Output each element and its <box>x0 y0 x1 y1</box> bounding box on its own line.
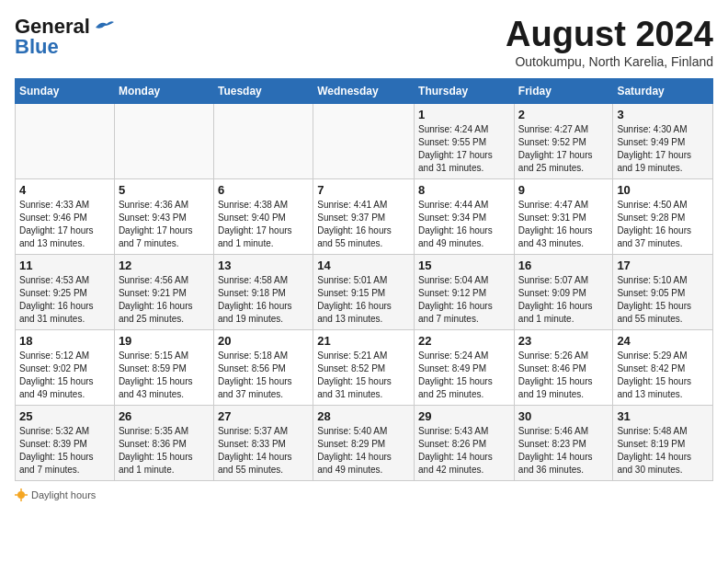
day-number: 17 <box>617 259 709 272</box>
calendar-week-4: 18Sunrise: 5:12 AM Sunset: 9:02 PM Dayli… <box>16 330 713 406</box>
day-number: 14 <box>317 259 410 272</box>
day-info: Sunrise: 4:58 AM Sunset: 9:18 PM Dayligh… <box>218 274 309 326</box>
calendar-table: SundayMondayTuesdayWednesdayThursdayFrid… <box>15 78 713 481</box>
calendar-cell: 21Sunrise: 5:21 AM Sunset: 8:52 PM Dayli… <box>313 330 415 406</box>
day-number: 15 <box>418 259 510 272</box>
daylight-label: Daylight hours <box>31 489 96 500</box>
calendar-cell: 6Sunrise: 4:38 AM Sunset: 9:40 PM Daylig… <box>213 179 313 255</box>
calendar-week-5: 25Sunrise: 5:32 AM Sunset: 8:39 PM Dayli… <box>16 406 713 481</box>
calendar-cell: 18Sunrise: 5:12 AM Sunset: 9:02 PM Dayli… <box>16 330 115 406</box>
calendar-cell: 14Sunrise: 5:01 AM Sunset: 9:15 PM Dayli… <box>313 255 415 330</box>
day-info: Sunrise: 5:37 AM Sunset: 8:33 PM Dayligh… <box>218 425 309 477</box>
calendar-cell: 11Sunrise: 4:53 AM Sunset: 9:25 PM Dayli… <box>16 255 115 330</box>
calendar-cell: 17Sunrise: 5:10 AM Sunset: 9:05 PM Dayli… <box>613 255 713 330</box>
day-info: Sunrise: 5:01 AM Sunset: 9:15 PM Dayligh… <box>317 274 410 326</box>
day-number: 29 <box>418 409 510 423</box>
month-title: August 2024 <box>506 15 713 54</box>
calendar-cell: 12Sunrise: 4:56 AM Sunset: 9:21 PM Dayli… <box>114 255 213 330</box>
calendar-cell: 25Sunrise: 5:32 AM Sunset: 8:39 PM Dayli… <box>16 406 115 481</box>
day-number: 21 <box>317 334 410 348</box>
col-header-friday: Friday <box>514 79 613 104</box>
calendar-cell <box>313 104 415 179</box>
day-info: Sunrise: 4:36 AM Sunset: 9:43 PM Dayligh… <box>119 199 210 250</box>
calendar-cell: 31Sunrise: 5:48 AM Sunset: 8:19 PM Dayli… <box>613 406 713 481</box>
day-number: 26 <box>119 409 210 423</box>
day-info: Sunrise: 4:56 AM Sunset: 9:21 PM Dayligh… <box>119 274 210 326</box>
calendar-cell: 13Sunrise: 4:58 AM Sunset: 9:18 PM Dayli… <box>213 255 313 330</box>
day-info: Sunrise: 5:04 AM Sunset: 9:12 PM Dayligh… <box>418 274 510 326</box>
day-number: 25 <box>19 409 110 423</box>
day-info: Sunrise: 4:50 AM Sunset: 9:28 PM Dayligh… <box>617 199 709 250</box>
day-info: Sunrise: 4:24 AM Sunset: 9:55 PM Dayligh… <box>418 123 510 175</box>
day-info: Sunrise: 5:32 AM Sunset: 8:39 PM Dayligh… <box>19 425 110 477</box>
day-number: 30 <box>518 409 609 423</box>
day-info: Sunrise: 5:21 AM Sunset: 8:52 PM Dayligh… <box>317 350 410 401</box>
day-number: 19 <box>119 334 210 348</box>
calendar-cell: 1Sunrise: 4:24 AM Sunset: 9:55 PM Daylig… <box>415 104 515 179</box>
day-number: 11 <box>19 259 110 272</box>
calendar-cell: 3Sunrise: 4:30 AM Sunset: 9:49 PM Daylig… <box>613 104 713 179</box>
day-info: Sunrise: 4:27 AM Sunset: 9:52 PM Dayligh… <box>518 123 609 175</box>
calendar-cell: 19Sunrise: 5:15 AM Sunset: 8:59 PM Dayli… <box>114 330 213 406</box>
day-info: Sunrise: 5:15 AM Sunset: 8:59 PM Dayligh… <box>119 350 210 401</box>
day-info: Sunrise: 5:26 AM Sunset: 8:46 PM Dayligh… <box>518 350 609 401</box>
day-number: 10 <box>617 183 709 197</box>
col-header-saturday: Saturday <box>613 79 713 104</box>
col-header-wednesday: Wednesday <box>313 79 415 104</box>
calendar-cell: 8Sunrise: 4:44 AM Sunset: 9:34 PM Daylig… <box>415 179 515 255</box>
sun-icon <box>15 488 28 501</box>
day-info: Sunrise: 4:33 AM Sunset: 9:46 PM Dayligh… <box>19 199 110 250</box>
day-info: Sunrise: 4:38 AM Sunset: 9:40 PM Dayligh… <box>218 199 309 250</box>
day-info: Sunrise: 5:35 AM Sunset: 8:36 PM Dayligh… <box>119 425 210 477</box>
day-info: Sunrise: 5:46 AM Sunset: 8:23 PM Dayligh… <box>518 425 609 477</box>
col-header-monday: Monday <box>114 79 213 104</box>
calendar-cell: 16Sunrise: 5:07 AM Sunset: 9:09 PM Dayli… <box>514 255 613 330</box>
calendar-cell <box>213 104 313 179</box>
day-info: Sunrise: 4:41 AM Sunset: 9:37 PM Dayligh… <box>317 199 410 250</box>
subtitle: Outokumpu, North Karelia, Finland <box>506 54 713 69</box>
day-info: Sunrise: 5:48 AM Sunset: 8:19 PM Dayligh… <box>617 425 709 477</box>
day-info: Sunrise: 5:18 AM Sunset: 8:56 PM Dayligh… <box>218 350 309 401</box>
calendar-week-2: 4Sunrise: 4:33 AM Sunset: 9:46 PM Daylig… <box>16 179 713 255</box>
day-info: Sunrise: 4:53 AM Sunset: 9:25 PM Dayligh… <box>19 274 110 326</box>
calendar-cell: 20Sunrise: 5:18 AM Sunset: 8:56 PM Dayli… <box>213 330 313 406</box>
day-info: Sunrise: 5:24 AM Sunset: 8:49 PM Dayligh… <box>418 350 510 401</box>
day-number: 13 <box>218 259 309 272</box>
calendar-cell: 7Sunrise: 4:41 AM Sunset: 9:37 PM Daylig… <box>313 179 415 255</box>
day-number: 31 <box>617 409 709 423</box>
calendar-week-3: 11Sunrise: 4:53 AM Sunset: 9:25 PM Dayli… <box>16 255 713 330</box>
calendar-week-1: 1Sunrise: 4:24 AM Sunset: 9:55 PM Daylig… <box>16 104 713 179</box>
day-info: Sunrise: 5:40 AM Sunset: 8:29 PM Dayligh… <box>317 425 410 477</box>
day-number: 27 <box>218 409 309 423</box>
calendar-cell: 23Sunrise: 5:26 AM Sunset: 8:46 PM Dayli… <box>514 330 613 406</box>
title-area: August 2024 Outokumpu, North Karelia, Fi… <box>506 15 713 69</box>
calendar-cell: 15Sunrise: 5:04 AM Sunset: 9:12 PM Dayli… <box>415 255 515 330</box>
calendar-cell: 29Sunrise: 5:43 AM Sunset: 8:26 PM Dayli… <box>415 406 515 481</box>
day-number: 5 <box>119 183 210 197</box>
calendar-cell: 24Sunrise: 5:29 AM Sunset: 8:42 PM Dayli… <box>613 330 713 406</box>
day-info: Sunrise: 5:29 AM Sunset: 8:42 PM Dayligh… <box>617 350 709 401</box>
calendar-cell: 9Sunrise: 4:47 AM Sunset: 9:31 PM Daylig… <box>514 179 613 255</box>
calendar-header-row: SundayMondayTuesdayWednesdayThursdayFrid… <box>16 79 713 104</box>
day-info: Sunrise: 5:12 AM Sunset: 9:02 PM Dayligh… <box>19 350 110 401</box>
day-number: 12 <box>119 259 210 272</box>
calendar-cell: 2Sunrise: 4:27 AM Sunset: 9:52 PM Daylig… <box>514 104 613 179</box>
calendar-cell: 30Sunrise: 5:46 AM Sunset: 8:23 PM Dayli… <box>514 406 613 481</box>
calendar-cell <box>114 104 213 179</box>
day-info: Sunrise: 5:10 AM Sunset: 9:05 PM Dayligh… <box>617 274 709 326</box>
day-info: Sunrise: 4:47 AM Sunset: 9:31 PM Dayligh… <box>518 199 609 250</box>
calendar-cell: 28Sunrise: 5:40 AM Sunset: 8:29 PM Dayli… <box>313 406 415 481</box>
day-info: Sunrise: 5:07 AM Sunset: 9:09 PM Dayligh… <box>518 274 609 326</box>
day-info: Sunrise: 5:43 AM Sunset: 8:26 PM Dayligh… <box>418 425 510 477</box>
day-number: 20 <box>218 334 309 348</box>
header: General Blue August 2024 Outokumpu, Nort… <box>15 15 713 69</box>
daylight-legend: Daylight hours <box>15 488 96 501</box>
calendar-cell: 22Sunrise: 5:24 AM Sunset: 8:49 PM Dayli… <box>415 330 515 406</box>
day-number: 22 <box>418 334 510 348</box>
day-number: 8 <box>418 183 510 197</box>
svg-point-0 <box>17 491 25 499</box>
footer: Daylight hours <box>15 488 713 501</box>
day-number: 24 <box>617 334 709 348</box>
day-number: 23 <box>518 334 609 348</box>
day-number: 7 <box>317 183 410 197</box>
